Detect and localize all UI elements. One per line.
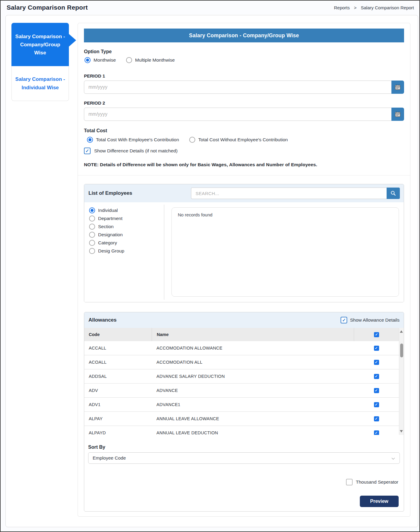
filter-individual-label: Individual — [98, 208, 118, 213]
show-allowance-details-row[interactable]: Show Allowance Details — [341, 317, 400, 323]
filter-department-control[interactable] — [89, 216, 95, 222]
row-code: ACCALL — [84, 341, 152, 355]
thousand-separator-checkbox[interactable] — [346, 479, 353, 485]
filter-individual[interactable]: Individual — [89, 207, 164, 213]
list-of-employees-section: List of Employees — [84, 184, 404, 302]
row-checkbox[interactable] — [374, 416, 379, 421]
show-allowance-details-label: Show Allowance Details — [350, 317, 400, 323]
preview-row: Preview — [88, 496, 400, 507]
sort-by-select[interactable]: Employee Code — [88, 452, 400, 464]
scrollbar-thumb[interactable] — [400, 344, 403, 357]
sort-area: Sort By Employee Code Thousand Seperator… — [84, 445, 404, 511]
vertical-divider — [164, 205, 164, 300]
row-name: ACCOMODATION ALL — [152, 355, 354, 369]
employees-section-header: List of Employees — [84, 184, 404, 202]
period2-input[interactable] — [84, 108, 404, 121]
table-row: ACOALL ACCOMODATION ALL — [84, 355, 404, 369]
filter-individual-control[interactable] — [89, 207, 95, 213]
show-difference-checkbox-row[interactable]: Show Difference Details (if not matched) — [84, 148, 404, 154]
allowances-table-body: ACCALL ACCOMODATION ALLOWANCE ACOALL ACC… — [84, 341, 404, 435]
filter-desig-group-control[interactable] — [89, 248, 95, 254]
row-code: ALPAY — [84, 412, 152, 426]
filter-department[interactable]: Department — [89, 216, 164, 222]
row-name: ADVANCE SALARY DEDUCTION — [152, 369, 354, 383]
row-checkbox[interactable] — [374, 360, 379, 365]
employee-search — [191, 188, 400, 199]
row-checkbox[interactable] — [374, 388, 379, 393]
top-bar: Salary Comparison Report Reports > Salar… — [1, 1, 419, 14]
row-checkbox[interactable] — [374, 374, 379, 379]
filter-category[interactable]: Category — [89, 240, 164, 246]
breadcrumb: Reports > Salary Comparison Report — [334, 5, 414, 10]
scroll-up-arrow-icon[interactable] — [400, 330, 403, 333]
report-card: Salary Comparison - Company/Group Wise S… — [5, 15, 418, 527]
option-type-group: Monthwise Multiple Monthwise — [85, 57, 404, 63]
active-tab-arrow-icon — [69, 34, 76, 47]
tab-individual-wise[interactable]: Salary Comparison - Individual Wise — [11, 66, 69, 101]
page-title: Salary Comparison Report — [7, 4, 88, 11]
table-row: ACCALL ACCOMODATION ALLOWANCE — [84, 341, 404, 355]
total-cost-label: Total Cost — [84, 128, 404, 133]
scroll-down-arrow-icon[interactable] — [400, 430, 403, 433]
allowances-section-header: Allowances Show Allowance Details — [84, 312, 404, 328]
row-name: ACCOMODATION ALLOWANCE — [152, 341, 354, 355]
employee-search-input[interactable] — [191, 188, 387, 199]
note-text: NOTE: Details of Difference will be show… — [84, 162, 404, 167]
row-code: ACOALL — [84, 355, 152, 369]
allowances-section: Allowances Show Allowance Details Code N… — [84, 312, 404, 512]
tab-company-group-wise[interactable]: Salary Comparison - Company/Group Wise — [11, 23, 69, 66]
radio-multiple-monthwise-label: Multiple Monthwise — [135, 57, 175, 63]
filter-section-label: Section — [98, 224, 114, 229]
thousand-separator-row[interactable]: Thousand Seperator — [88, 479, 400, 485]
period1-calendar-button[interactable] — [391, 81, 404, 94]
filter-designation[interactable]: Designation — [89, 232, 164, 238]
filter-department-label: Department — [98, 216, 122, 221]
row-checkbox[interactable] — [374, 402, 379, 407]
breadcrumb-reports[interactable]: Reports — [334, 5, 350, 10]
table-row: ADDSAL ADVANCE SALARY DEDUCTION — [84, 369, 404, 384]
allowances-table: Code Name ACCALL ACCOMODATION ALLOWANCE — [84, 328, 404, 435]
row-name: ANNUAL LEAVE ALLOWANCE — [152, 412, 354, 426]
radio-monthwise[interactable]: Monthwise — [85, 57, 116, 63]
row-code: ALPAYD — [84, 426, 152, 435]
filter-section[interactable]: Section — [89, 224, 164, 230]
radio-multiple-monthwise-control[interactable] — [126, 57, 132, 63]
filter-section-control[interactable] — [89, 224, 95, 230]
radio-with-contribution[interactable]: Total Cost With Employee's Contribution — [87, 137, 179, 143]
show-difference-checkbox[interactable] — [84, 148, 91, 154]
app-window: Salary Comparison Report Reports > Salar… — [0, 0, 420, 532]
radio-without-contribution-label: Total Cost Without Employee's Contributi… — [198, 137, 288, 142]
show-allowance-details-checkbox[interactable] — [341, 317, 347, 323]
breadcrumb-separator: > — [354, 5, 357, 10]
period2-label: PERIOD 2 — [84, 100, 404, 105]
column-header-code: Code — [84, 328, 152, 341]
employee-search-button[interactable] — [387, 188, 400, 199]
total-cost-group: Total Cost With Employee's Contribution … — [87, 137, 404, 143]
period2-field — [84, 108, 404, 121]
panel-title: Salary Comparison - Company/Group Wise — [84, 29, 404, 42]
employee-filter-group: Individual Department Section Desig — [84, 202, 164, 302]
radio-without-contribution[interactable]: Total Cost Without Employee's Contributi… — [189, 137, 288, 143]
filter-designation-control[interactable] — [89, 232, 95, 238]
preview-button[interactable]: Preview — [360, 496, 399, 507]
radio-with-contribution-control[interactable] — [87, 137, 93, 143]
sort-by-label: Sort By — [88, 445, 400, 450]
employee-records-box: No records found — [171, 207, 399, 297]
period2-calendar-button[interactable] — [391, 108, 404, 121]
filter-category-control[interactable] — [89, 240, 95, 246]
radio-monthwise-control[interactable] — [85, 57, 91, 63]
period1-field — [84, 81, 404, 94]
period1-input[interactable] — [84, 81, 404, 94]
filter-desig-group[interactable]: Desig Group — [89, 248, 164, 254]
radio-without-contribution-control[interactable] — [189, 137, 195, 143]
row-checkbox[interactable] — [374, 430, 379, 435]
filter-designation-label: Designation — [98, 232, 123, 237]
select-all-checkbox[interactable] — [374, 332, 379, 337]
radio-multiple-monthwise[interactable]: Multiple Monthwise — [126, 57, 175, 63]
option-type-label: Option Type — [84, 49, 404, 54]
row-checkbox[interactable] — [374, 346, 379, 351]
table-scrollbar[interactable] — [399, 328, 404, 435]
allowances-section-title: Allowances — [88, 317, 117, 323]
main-panel: Salary Comparison - Company/Group Wise O… — [78, 23, 410, 517]
employees-section-title: List of Employees — [88, 190, 132, 196]
